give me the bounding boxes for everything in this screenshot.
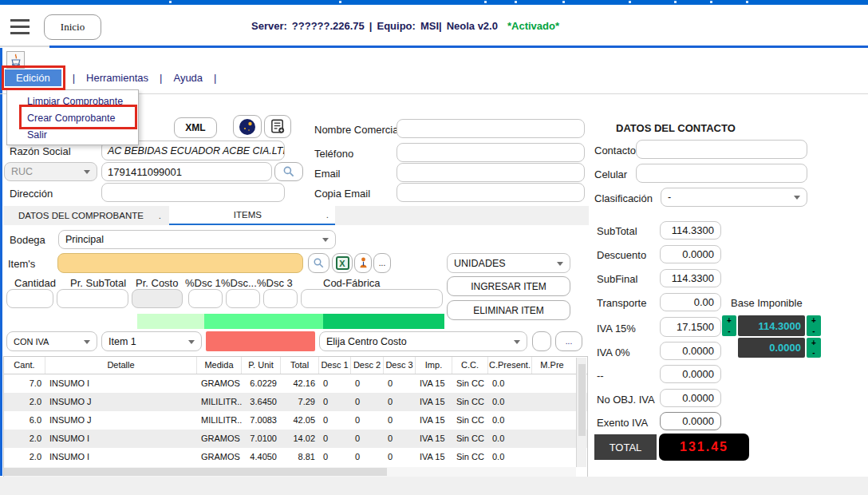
scrollbar-thumb[interactable] [4, 468, 387, 476]
minus-icon[interactable]: - [812, 327, 815, 335]
copia-email-field[interactable] [397, 183, 585, 202]
blank-button[interactable] [532, 331, 551, 351]
plus-icon[interactable]: + [727, 317, 732, 324]
item-number-select[interactable]: Item 1 [101, 331, 202, 351]
scrollbar-thumb[interactable] [578, 364, 586, 436]
person-lookup-button[interactable] [354, 253, 372, 273]
chevron-down-icon [514, 340, 520, 344]
centro-costo-more-button[interactable]: ... [555, 331, 582, 351]
vertical-scrollbar[interactable] [576, 358, 586, 467]
table-cell: IVA 15 [416, 393, 452, 411]
pr-subtotal-field[interactable] [57, 289, 128, 308]
unidades-select[interactable]: UNIDADES [447, 253, 570, 273]
table-cell: MILILITR... [197, 411, 242, 430]
horizontal-scrollbar[interactable] [4, 467, 576, 477]
search-client-button[interactable] [274, 162, 303, 181]
column-header[interactable]: Imp. [416, 357, 452, 374]
column-header[interactable]: P. Unit [242, 357, 281, 374]
table-cell: Sin CC [452, 374, 488, 393]
menu-item-crear-comprobante[interactable]: Crear Comprobante [7, 110, 138, 127]
cantidad-field[interactable] [6, 289, 53, 308]
xml-button[interactable]: XML [174, 117, 217, 138]
direccion-label: Dirección [10, 188, 53, 200]
ingresar-item-button[interactable]: INGRESAR ITEM [447, 276, 570, 296]
celular-field[interactable] [636, 164, 807, 183]
titlebar [0, 0, 868, 5]
menu-item-limpiar-comprobante[interactable]: Limpiar Comprobante [7, 93, 138, 110]
chevron-down-icon [557, 262, 563, 266]
direccion-field[interactable] [101, 183, 285, 202]
dsc2-field[interactable] [226, 289, 260, 308]
table-cell: GRAMOS [197, 448, 242, 466]
ruc-number-field[interactable]: 1791411099001 [101, 162, 272, 181]
eliminar-item-button[interactable]: ELIMINAR ITEM [447, 300, 570, 320]
transporte-field[interactable]: 0.00 [660, 293, 721, 311]
column-header[interactable]: Desc 3 [384, 357, 416, 374]
panel-left-border [0, 48, 2, 476]
iva15-base-stepper-left[interactable]: + - [722, 315, 736, 336]
column-header[interactable]: Detalle [45, 357, 197, 374]
table-row[interactable]: 2.0INSUMO JMILILITR...3.64507.29000IVA 1… [4, 393, 587, 411]
excel-export-button[interactable]: X [332, 253, 353, 273]
ruc-type-select[interactable]: RUC [4, 162, 97, 181]
java-app-button[interactable] [6, 51, 25, 69]
item-search-field[interactable] [57, 253, 303, 273]
plus-icon[interactable]: + [811, 317, 816, 324]
table-cell: INSUMO I [45, 430, 197, 448]
cod-fabrica-field[interactable] [301, 289, 443, 308]
column-header[interactable]: Cant. [4, 357, 45, 374]
table-row[interactable]: 2.0INSUMO IGRAMOS7.010014.02000IVA 15Sin… [4, 430, 587, 448]
iva15-label: IVA 15% [597, 323, 636, 335]
column-header[interactable]: M.Pre [532, 357, 572, 374]
pr-costo-label: Pr. Costo [136, 277, 178, 289]
minus-icon[interactable]: - [812, 349, 815, 356]
tab-dot: . [326, 210, 335, 220]
column-header[interactable]: Medida [197, 357, 242, 374]
column-header[interactable]: Total [281, 357, 319, 374]
column-header[interactable]: C.Present. [488, 357, 532, 374]
contacto-field[interactable] [636, 140, 807, 159]
plus-icon[interactable]: + [811, 339, 816, 346]
menu-item-salir[interactable]: Salir [7, 127, 138, 144]
column-header[interactable]: Desc 1 [319, 357, 351, 374]
tab-items[interactable]: ITEMS . [169, 206, 335, 225]
table-cell: 0 [384, 393, 416, 411]
iva15-base-display: 114.3000 [738, 315, 805, 336]
cod-fabrica-label: Cod-Fábrica [323, 277, 381, 289]
menu-herramientas[interactable]: Herramientas [86, 72, 148, 84]
hamburger-menu-icon[interactable] [10, 19, 30, 34]
table-row[interactable]: 7.0INSUMO IGRAMOS6.022942.16000IVA 15Sin… [4, 374, 587, 393]
item-more-button[interactable]: ... [373, 253, 391, 273]
titlebar-mark [515, 1, 517, 3]
centro-costo-select[interactable]: Elija Centro Costo [319, 331, 527, 351]
item-search-button[interactable] [308, 253, 329, 273]
minus-icon[interactable]: - [728, 327, 730, 335]
separator: | [369, 20, 373, 32]
dsc3-field[interactable] [263, 289, 298, 308]
night-mode-button[interactable] [233, 115, 262, 138]
table-row[interactable]: 6.0INSUMO JMILILITR...7.008342.05000IVA … [4, 411, 587, 430]
menu-ayuda[interactable]: Ayuda [173, 72, 203, 84]
iva15-base-stepper-right[interactable]: + - [807, 315, 821, 336]
table-cell: 6.0 [4, 411, 45, 430]
table-row[interactable]: 2.0INSUMO IGRAMOS4.40508.81000IVA 15Sin … [4, 448, 587, 466]
descuento-field[interactable]: 0.0000 [660, 245, 721, 263]
telefono-field[interactable] [397, 143, 585, 162]
dsc1-field[interactable] [188, 289, 223, 308]
inicio-button[interactable]: Inicio [44, 14, 101, 40]
iva0-base-stepper[interactable]: + - [807, 338, 821, 358]
tab-datos-del-comprobante[interactable]: DATOS DEL COMPROBANTE . [3, 206, 168, 225]
table-cell: 0 [319, 411, 351, 430]
new-document-button[interactable] [264, 115, 291, 138]
menu-separator: | [214, 72, 216, 84]
email-field[interactable] [397, 163, 585, 182]
column-header[interactable]: C.C. [452, 357, 488, 374]
bodega-select[interactable]: Principal [58, 230, 336, 249]
exento-iva-field[interactable]: 0.0000 [660, 412, 721, 430]
nombre-comercial-field[interactable] [397, 119, 585, 138]
con-iva-select[interactable]: CON IVA [6, 331, 97, 351]
column-header[interactable]: Desc 2 [351, 357, 384, 374]
clasificacion-select[interactable]: - [661, 188, 807, 207]
email-label: Email [314, 168, 341, 180]
menu-edicion[interactable]: Edición [5, 69, 61, 86]
